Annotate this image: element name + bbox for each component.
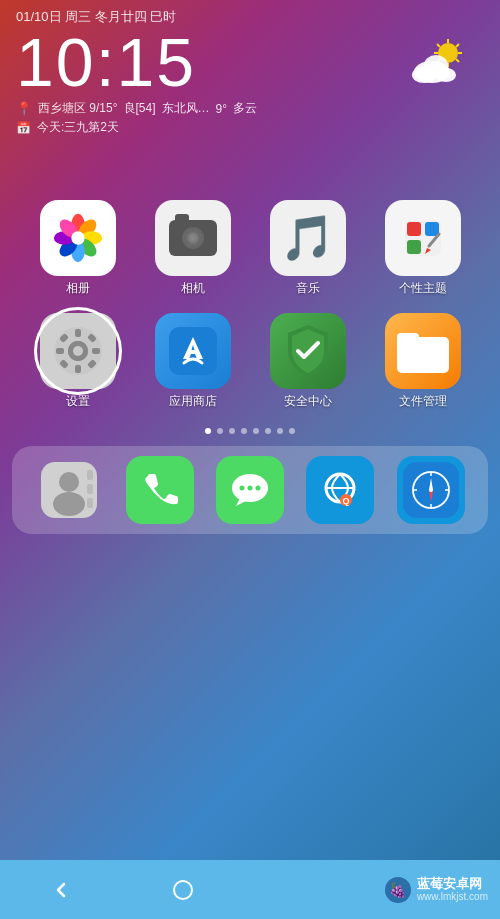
temp-extra: 9°	[216, 102, 227, 116]
svg-point-58	[255, 486, 260, 491]
appstore-icon	[169, 327, 217, 375]
camera-bump	[175, 214, 189, 222]
safari-icon	[403, 462, 459, 518]
time-display: 10:15	[16, 28, 196, 96]
time-weather-row: 10:15	[16, 28, 484, 96]
app-item-appstore[interactable]: 应用商店	[139, 313, 246, 410]
site-text-area: 蓝莓安卓网 www.lmkjst.com	[417, 876, 488, 904]
app-icon-photos	[40, 200, 116, 276]
home-circle-icon	[171, 878, 195, 902]
dock-item-safari[interactable]	[397, 456, 465, 524]
camera-body-icon	[169, 220, 217, 256]
app-item-theme[interactable]: 个性主题	[369, 200, 476, 297]
wind-info: 东北风…	[162, 100, 210, 117]
app-grid: 相册 相机 🎵 音乐	[0, 180, 500, 420]
app-item-photos[interactable]: 相册	[24, 200, 131, 297]
app-item-settings[interactable]: 设置	[24, 313, 131, 410]
weather-area	[406, 37, 476, 87]
site-url: www.lmkjst.com	[417, 891, 488, 903]
page-dot-0[interactable]	[205, 428, 211, 434]
svg-point-57	[247, 486, 252, 491]
svg-point-21	[71, 231, 84, 244]
phone-screen: 01/10日 周三 冬月廿四 巳时 10:15	[0, 0, 500, 860]
app-icon-files	[385, 313, 461, 389]
svg-line-5	[437, 44, 440, 47]
settings-highlight-circle	[34, 307, 122, 395]
app-label-theme: 个性主题	[399, 280, 447, 297]
air-quality: 良[54]	[124, 100, 156, 117]
app-label-camera: 相机	[181, 280, 205, 297]
app-label-security: 安全中心	[284, 393, 332, 410]
app-label-settings: 设置	[66, 393, 90, 410]
page-dot-4[interactable]	[253, 428, 259, 434]
phone-icon	[132, 462, 188, 518]
svg-point-12	[424, 55, 448, 75]
site-name: 蓝莓安卓网	[417, 876, 488, 892]
theme-brush-icon	[399, 214, 447, 262]
dock: Q	[12, 446, 488, 534]
site-logo-icon: 🍇	[385, 877, 411, 903]
bottom-navigation-bar: 🍇 蓝莓安卓网 www.lmkjst.com	[0, 860, 500, 919]
app-icon-appstore	[155, 313, 231, 389]
app-label-photos: 相册	[66, 280, 90, 297]
svg-point-74	[174, 881, 192, 899]
page-dot-7[interactable]	[289, 428, 295, 434]
app-label-files: 文件管理	[399, 393, 447, 410]
status-bar: 01/10日 周三 冬月廿四 巳时 10:15	[0, 0, 500, 140]
svg-rect-52	[132, 462, 188, 518]
svg-rect-59	[312, 462, 368, 518]
app-item-music[interactable]: 🎵 音乐	[254, 200, 361, 297]
svg-point-73	[429, 488, 433, 492]
security-shield-icon	[284, 323, 332, 379]
page-dot-6[interactable]	[277, 428, 283, 434]
dock-item-phone[interactable]	[126, 456, 194, 524]
back-chevron-icon	[49, 878, 73, 902]
calendar-row: 📅 今天:三九第2天	[16, 119, 484, 136]
app-label-appstore: 应用商店	[169, 393, 217, 410]
page-dot-1[interactable]	[217, 428, 223, 434]
app-icon-music: 🎵	[270, 200, 346, 276]
weather-icon	[406, 37, 476, 87]
back-button[interactable]	[0, 870, 122, 910]
svg-rect-23	[407, 222, 421, 236]
svg-rect-45	[398, 334, 418, 344]
music-note-icon: 🎵	[280, 212, 335, 264]
svg-point-56	[239, 486, 244, 491]
svg-rect-51	[87, 498, 93, 508]
contacts-icon	[41, 462, 97, 518]
page-dot-3[interactable]	[241, 428, 247, 434]
svg-point-47	[59, 472, 79, 492]
dock-item-messages[interactable]	[216, 456, 284, 524]
app-icon-camera	[155, 200, 231, 276]
svg-point-48	[53, 492, 85, 516]
page-dot-5[interactable]	[265, 428, 271, 434]
photos-icon	[53, 213, 103, 263]
app-item-security[interactable]: 安全中心	[254, 313, 361, 410]
svg-rect-25	[407, 240, 421, 254]
calendar-note: 今天:三九第2天	[37, 119, 119, 136]
location-pin-icon: 📍	[16, 101, 32, 116]
app-item-camera[interactable]: 相机	[139, 200, 246, 297]
location-text: 西乡塘区 9/15°	[38, 100, 118, 117]
dock-item-qqbrowser[interactable]: Q	[306, 456, 374, 524]
svg-rect-50	[87, 484, 93, 494]
app-icon-security	[270, 313, 346, 389]
camera-lens-icon	[182, 227, 204, 249]
weather-info: 📍 西乡塘区 9/15° 良[54] 东北风… 9° 多云	[16, 100, 484, 117]
svg-line-6	[456, 59, 459, 62]
page-dots	[0, 428, 500, 434]
home-button[interactable]	[122, 870, 244, 910]
watermark-area: 🍇 蓝莓安卓网 www.lmkjst.com	[244, 876, 500, 904]
svg-line-8	[456, 44, 459, 47]
dock-item-contacts[interactable]	[35, 456, 103, 524]
svg-text:Q: Q	[343, 496, 350, 506]
app-icon-theme	[385, 200, 461, 276]
messages-icon	[222, 462, 278, 518]
qqbrowser-icon: Q	[312, 462, 368, 518]
app-item-files[interactable]: 文件管理	[369, 313, 476, 410]
page-dot-2[interactable]	[229, 428, 235, 434]
svg-rect-24	[425, 222, 439, 236]
calendar-icon: 📅	[16, 121, 31, 135]
weather-desc: 多云	[233, 100, 257, 117]
svg-rect-49	[87, 470, 93, 480]
